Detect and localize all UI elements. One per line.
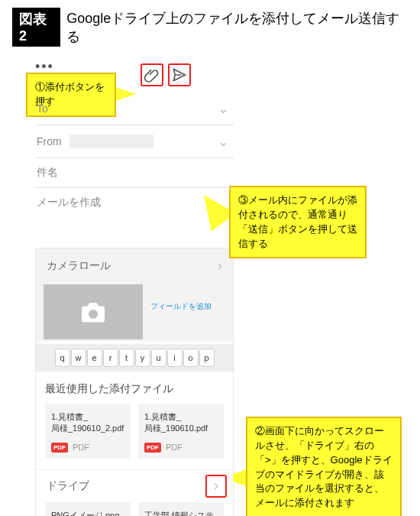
from-field-row[interactable]: From ⌄ (35, 125, 234, 158)
attach-button[interactable] (141, 63, 163, 86)
keyboard-key[interactable]: i (167, 349, 183, 367)
drive-file-card[interactable]: PNGイメージ.png画像 (45, 502, 131, 516)
illustration-stage: ①添付ボタンを押す ③メール内にファイルが添付されるので、通常通り「送信」ボタン… (0, 56, 420, 516)
chevron-down-icon: ⌄ (218, 100, 229, 117)
to-label: To (37, 102, 48, 115)
keyboard-key[interactable]: y (135, 349, 150, 367)
recent-files-grid: 1.見積書_局様_190610_2.pdfPDFPDF1.見積書_局様_1906… (36, 404, 233, 469)
callout-step-3: ③メール内にファイルが添付されるので、通常通り「送信」ボタンを押して送信する (229, 186, 367, 258)
mail-compose-panel: ••• To ⌄ From ⌄ 件名 メールを作成 (35, 59, 234, 217)
camera-tile[interactable] (44, 284, 143, 339)
chevron-down-icon: ⌄ (218, 133, 229, 150)
camera-icon (79, 300, 107, 323)
figure-header: 図表2 Googleドライブ上のファイルを添付してメール送信する (0, 0, 420, 56)
callout-step-2: ②画面下に向かってスクロールさせ、「ドライブ」右の「>」を押すと、Googleド… (246, 417, 402, 516)
pdf-badge-icon: PDF (51, 443, 68, 453)
figure-title: Googleドライブ上のファイルを添付してメール送信する (66, 9, 408, 46)
camera-roll-label: カメラロール (47, 259, 111, 273)
pdf-badge-icon: PDF (144, 443, 161, 453)
to-field-row[interactable]: To ⌄ (35, 92, 234, 125)
keyboard-key[interactable]: p (199, 349, 215, 367)
file-name: PNGイメージ.png (51, 510, 124, 516)
from-value-redacted (69, 135, 153, 148)
keyboard-key[interactable]: r (103, 349, 118, 367)
attachment-picker-panel: カメラロール › フィールドを追加 qwertyuiop 最近使用した添付ファイ… (35, 248, 234, 516)
compose-toolbar: ••• (35, 59, 234, 92)
drive-open-button[interactable]: › (205, 475, 227, 498)
subject-field[interactable]: 件名 (35, 158, 234, 188)
chevron-right-icon: › (218, 258, 222, 274)
recent-file-card[interactable]: 1.見積書_局様_190610_2.pdfPDFPDF (45, 404, 131, 459)
camera-roll-preview: フィールドを追加 (36, 283, 233, 341)
figure-number-badge: 図表2 (12, 8, 60, 47)
drive-files-grid: PNGイメージ.png画像工学部 情報システムデザイ…url (36, 502, 233, 516)
body-field[interactable]: メールを作成 (35, 188, 234, 217)
drive-label: ドライブ (47, 479, 89, 493)
keyboard-key[interactable]: w (71, 349, 86, 367)
recent-files-title: 最近使用した添付ファイル (36, 372, 233, 404)
send-button[interactable] (168, 63, 191, 86)
chevron-right-icon: › (214, 478, 218, 494)
camera-roll-section[interactable]: カメラロール › (36, 248, 233, 283)
file-type-label: PDF (166, 443, 183, 452)
keyboard-key[interactable]: q (55, 349, 70, 367)
subject-placeholder: 件名 (37, 166, 58, 180)
send-icon (172, 67, 187, 83)
file-name: 1.見積書_局様_190610.pdf (144, 411, 218, 435)
more-button[interactable]: ••• (35, 59, 234, 75)
keyboard-row: qwertyuiop (36, 344, 233, 372)
svg-point-0 (89, 310, 98, 319)
body-placeholder: メールを作成 (37, 196, 101, 209)
drive-section[interactable]: ドライブ › (36, 469, 233, 502)
paperclip-icon (144, 67, 160, 83)
from-label: From (37, 135, 62, 148)
file-name: 1.見積書_局様_190610_2.pdf (51, 411, 124, 435)
keyboard-key[interactable]: o (183, 349, 199, 367)
add-field-link[interactable]: フィールドを追加 (150, 284, 212, 312)
keyboard-key[interactable]: t (119, 349, 134, 367)
recent-file-card[interactable]: 1.見積書_局様_190610.pdfPDFPDF (138, 404, 224, 459)
file-name: 工学部 情報システムデザイ… (144, 510, 218, 516)
keyboard-key[interactable]: u (151, 349, 166, 367)
drive-file-card[interactable]: 工学部 情報システムデザイ…url (138, 502, 224, 516)
keyboard-key[interactable]: e (87, 349, 102, 367)
file-type-label: PDF (73, 443, 89, 452)
